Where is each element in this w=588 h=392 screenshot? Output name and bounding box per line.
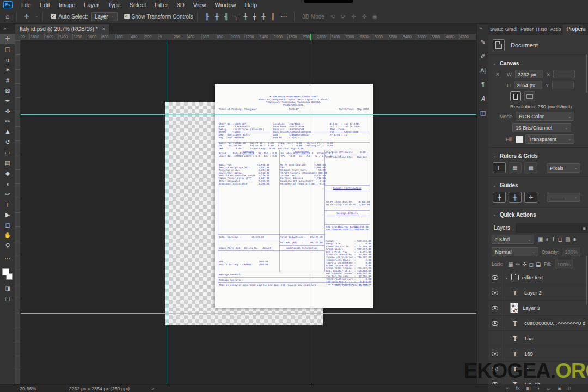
filter-toggle-icon[interactable]: ●	[573, 236, 576, 242]
new-adjustment-layer-icon[interactable]: ◐	[537, 385, 540, 391]
3d-roll-icon[interactable]: ⟳	[341, 13, 346, 20]
zoom-level[interactable]: 20.66%	[20, 386, 36, 391]
lock-pixels-icon[interactable]: ✏	[516, 261, 520, 267]
brushes-icon[interactable]: ✐	[477, 50, 489, 62]
lock-position-icon[interactable]: ✛	[522, 261, 526, 267]
panel-tab[interactable]: Swatc	[488, 27, 504, 32]
visibility-toggle[interactable]	[488, 270, 501, 285]
visibility-toggle[interactable]	[488, 301, 501, 316]
3d-pan-icon[interactable]: ✛	[351, 13, 356, 20]
guide-horizontal[interactable]	[21, 313, 476, 314]
add-layer-mask-icon[interactable]: ◧	[526, 385, 531, 391]
object-selection-tool[interactable]: ✶	[0, 65, 15, 75]
type-tool[interactable]: T	[0, 199, 15, 210]
canvas-section-header[interactable]: ⌄ Canvas	[488, 57, 588, 69]
visibility-toggle[interactable]	[488, 331, 501, 346]
fill-dropdown[interactable]: Transparent⌄	[525, 134, 574, 144]
home-icon[interactable]: ⌂	[5, 13, 9, 20]
clear-guides-icon[interactable]: ✛	[524, 192, 537, 203]
payslip-document[interactable]: RIDOM DRIGE MANAGEMENT CONSULTANTSKumar …	[215, 84, 373, 308]
quick-mask-icon[interactable]: ◨	[0, 283, 15, 293]
align-bottom-edges-icon[interactable]: ╂	[262, 13, 266, 20]
align-right-edges-icon[interactable]: ╢	[224, 13, 229, 20]
toggle-rulers-icon[interactable]: Γ	[493, 162, 506, 173]
path-selection-tool[interactable]: ▶	[0, 210, 15, 220]
clone-stamp-tool[interactable]: ♟	[0, 127, 15, 137]
filter-shape-layers-icon[interactable]: ◻	[558, 236, 562, 242]
menu-filter[interactable]: Filter	[155, 2, 168, 8]
panel-tab[interactable]: Patter	[519, 27, 534, 32]
layer-style-icon[interactable]: fx	[516, 385, 520, 391]
menu-type[interactable]: Type	[108, 2, 121, 8]
show-transform-checkbox[interactable]: ✓	[124, 14, 130, 19]
y-field[interactable]	[552, 81, 574, 89]
layer-name[interactable]: c8a0000000...<<<<<<<0 d	[524, 320, 585, 326]
layer-row-1aa[interactable]: T 1aa	[488, 331, 588, 346]
layer-row-c8a[interactable]: T c8a0000000...<<<<<<<0 d	[488, 316, 588, 331]
fill-opacity-field[interactable]: 100%	[555, 260, 573, 268]
new-group-icon[interactable]: ▱	[547, 385, 550, 391]
menu-3d[interactable]: 3D	[177, 2, 185, 8]
glyphs-panel-icon[interactable]: 𝐴	[477, 93, 489, 105]
more-options-icon[interactable]: ⋯	[280, 13, 287, 20]
delete-layer-icon[interactable]: ▯	[568, 385, 571, 391]
edit-toolbar-icon[interactable]: ⋯	[0, 253, 15, 264]
align-top-edges-icon[interactable]: ╤	[234, 13, 238, 20]
3d-zoom-icon[interactable]: ◉	[372, 13, 378, 20]
menu-window[interactable]: Window	[215, 2, 236, 8]
new-layer-icon[interactable]: ⊞	[557, 385, 561, 391]
layer-group-edite-text[interactable]: ⌄ edite text	[488, 270, 588, 285]
quick-actions-section-header[interactable]: ⌄ Quick Actions	[488, 209, 588, 220]
bit-depth-dropdown[interactable]: 16 Bits/Channel⌄	[512, 123, 571, 132]
move-tool[interactable]: ✛	[0, 34, 15, 44]
document-tab[interactable]: Italy id.psd @ 20.7% (RGB/16) * ×	[15, 24, 110, 34]
lock-guides-icon[interactable]: ╫	[509, 192, 522, 203]
auto-select-target-dropdown[interactable]: Layer ⌄	[91, 12, 118, 21]
distribute-vertical-icon[interactable]: ╀	[244, 13, 248, 20]
ruler-units-dropdown[interactable]: Pixels⌄	[547, 163, 580, 173]
chevron-down-icon[interactable]: ⌄	[505, 275, 509, 280]
distribute-horizontal-icon[interactable]: ╁	[253, 13, 256, 20]
layer-name[interactable]: 1aa	[524, 335, 533, 341]
layers-menu-icon[interactable]: ≡	[583, 225, 586, 231]
height-field[interactable]: 2854 px	[514, 81, 542, 89]
toggle-pixel-grid-icon[interactable]: ▩	[524, 162, 537, 173]
healing-brush-tool[interactable]: ✜	[0, 106, 15, 117]
panel-tab[interactable]: Histo	[534, 27, 549, 32]
panel-tab[interactable]: Actio	[549, 27, 563, 32]
brush-tool[interactable]: ✏	[0, 117, 15, 127]
filter-smart-objects-icon[interactable]: ▤	[565, 236, 570, 242]
guide-vertical[interactable]	[167, 40, 167, 384]
scrollbar[interactable]	[586, 256, 587, 305]
fill-swatch[interactable]	[516, 136, 523, 143]
layer-thumbnail[interactable]	[510, 303, 518, 313]
lock-artboard-icon[interactable]: ◻	[529, 261, 534, 267]
landscape-orientation-button[interactable]	[524, 91, 535, 101]
layer-name[interactable]: edite text	[522, 274, 543, 280]
layer-name[interactable]: Layer 3	[523, 305, 540, 311]
libraries-panel-icon[interactable]: ◫	[477, 107, 489, 119]
3d-orbit-icon[interactable]: ⟲	[330, 13, 335, 20]
layer-name[interactable]: 169	[524, 351, 533, 357]
brush-settings-icon[interactable]: ✎	[477, 36, 489, 48]
toggle-guides-icon[interactable]: ╂	[493, 192, 506, 203]
status-caret-icon[interactable]: >	[151, 386, 154, 391]
zoom-tool[interactable]: ⚲	[0, 241, 15, 251]
menu-select[interactable]: Select	[130, 2, 146, 8]
align-horizontal-centers-icon[interactable]: ╫	[215, 13, 219, 20]
layer-filter-dropdown[interactable]: ⌕ Kind ⌄	[492, 235, 534, 244]
move-tool-icon[interactable]: ✛	[24, 13, 29, 20]
guides-section-header[interactable]: ⌄ Guides	[488, 179, 588, 191]
layer-row-layer-2[interactable]: T Layer 2	[488, 285, 588, 301]
panel-tab[interactable]: Gradi	[504, 27, 519, 32]
shape-tool[interactable]: ◻	[0, 220, 15, 230]
width-field[interactable]: 2232 px	[515, 70, 543, 78]
character-panel-icon[interactable]: A|	[477, 64, 489, 76]
dodge-tool[interactable]: ◖	[0, 179, 15, 189]
lock-transparency-icon[interactable]: ▦	[508, 261, 513, 267]
screen-mode-icon[interactable]: ▢	[0, 293, 15, 304]
chevron-down-icon[interactable]: ⌄	[35, 14, 38, 19]
vertical-ruler[interactable]	[15, 40, 21, 384]
panel-menu-icon[interactable]: ≡	[583, 27, 586, 33]
tab-layers[interactable]: Layers	[488, 223, 516, 233]
